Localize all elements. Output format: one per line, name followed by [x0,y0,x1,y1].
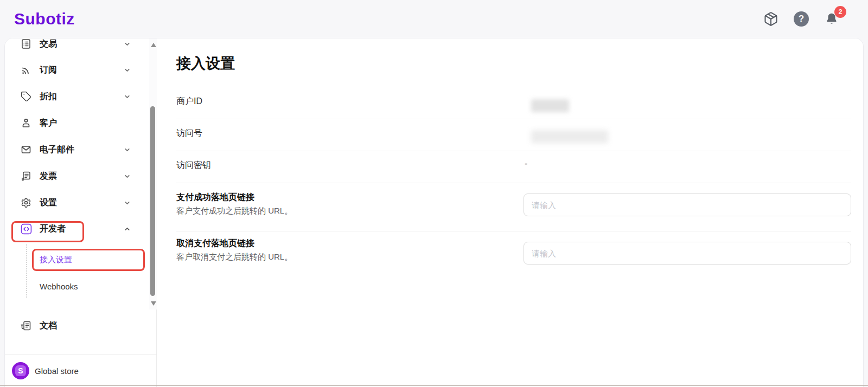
chevron-down-icon [124,173,131,180]
success-url-description: 客户支付成功之后跳转的 URL。 [176,206,292,216]
email-icon [20,144,32,156]
access-number-label: 访问号 [176,128,202,139]
store-avatar-letter: S [15,365,26,376]
bell-icon[interactable]: 2 [824,11,840,27]
sidebar-scrollbar-thumb[interactable] [150,106,155,296]
page-title: 接入设置 [176,54,235,73]
access-key-value: - [525,159,527,169]
chevron-down-icon [124,67,131,74]
brand-logo[interactable]: Subotiz [14,10,75,28]
sidebar-item-discounts[interactable]: 折扣 [5,86,146,107]
chevron-up-icon [124,225,131,233]
store-name: Global store [35,366,79,376]
sidebar-item-settings[interactable]: 设置 [5,192,146,214]
help-glyph: ? [794,11,809,27]
sidebar-item-label: 设置 [40,197,57,209]
sidebar-item-label: 开发者 [40,223,66,235]
invoices-icon [20,170,32,182]
row-divider [176,151,851,151]
access-key-label: 访问密钥 [176,160,211,171]
success-url-label: 支付成功落地页链接 [176,192,254,203]
sidebar-item-subscriptions[interactable]: 订阅 [5,59,146,81]
sidebar-item-developer[interactable]: 开发者 [5,218,146,240]
sidebar-item-docs[interactable]: 文档 [5,315,146,337]
row-divider [176,183,851,183]
row-divider [176,119,851,119]
sidebar-item-customers[interactable]: 客户 [5,112,146,134]
sidebar-item-label: 客户 [40,118,57,129]
sidebar-item-label: 折扣 [40,91,57,102]
header-actions: ? 2 [763,0,840,38]
row-divider [176,231,851,231]
customers-icon [20,117,32,129]
scrollbar-up-arrow[interactable] [151,43,156,47]
success-url-input[interactable] [524,194,851,216]
main-panel: 接入设置 商户ID 访问号 访问密钥 - 支付成功落地页链接 客户支付成功之后跳… [157,38,864,387]
subitem-label: 接入设置 [40,255,72,265]
help-icon[interactable]: ? [793,11,809,27]
merchant-id-redacted-value [531,99,569,112]
sidebar-subitem-webhooks[interactable]: Webhooks [40,275,137,297]
access-number-redacted-value [531,130,608,143]
developer-icon [20,223,32,235]
sidebar-item-transactions[interactable]: 交易 [5,38,146,55]
discounts-icon [20,91,32,102]
scrollbar-down-arrow[interactable] [151,301,156,306]
chevron-down-icon [124,146,131,153]
store-avatar: S [12,362,29,379]
sidebar-item-label: 电子邮件 [40,144,74,156]
notification-badge: 2 [834,6,846,18]
sidebar-item-label: 文档 [40,320,57,332]
merchant-id-label: 商户ID [176,96,202,107]
store-switcher[interactable]: S Global store [5,354,157,387]
settings-icon [20,197,32,209]
sidebar-item-invoices[interactable]: 发票 [5,165,146,187]
app-header: Subotiz ? 2 [0,0,868,38]
content-card: 交易 订阅 [4,38,864,387]
cancel-url-input[interactable] [524,242,851,265]
subscriptions-icon [20,64,32,76]
sidebar-subitem-integration-settings[interactable]: 接入设置 [40,249,137,270]
sidebar-item-label: 订阅 [40,64,57,76]
sidebar-item-label: 发票 [40,171,57,182]
subitem-label: Webhooks [40,282,78,291]
cancel-url-description: 客户取消支付之后跳转的 URL。 [176,252,292,262]
window-bottom-edge [0,385,868,386]
cancel-url-label: 取消支付落地页链接 [176,238,254,249]
docs-icon [20,320,32,332]
transactions-icon [20,38,32,50]
sidebar-item-label: 交易 [40,38,57,50]
submenu-indent-guide [26,244,27,298]
package-icon[interactable] [763,11,779,27]
sidebar: 交易 订阅 [5,38,157,387]
chevron-down-icon [124,199,131,207]
chevron-down-icon [124,41,131,48]
chevron-down-icon [124,93,131,100]
sidebar-item-email[interactable]: 电子邮件 [5,139,146,160]
